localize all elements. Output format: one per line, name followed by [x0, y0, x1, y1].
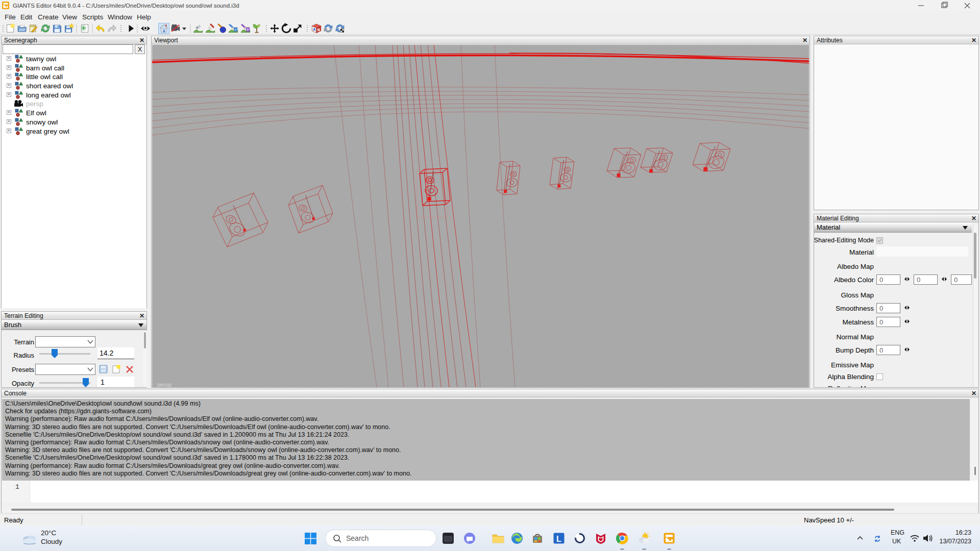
svg-text:B: B	[317, 28, 321, 32]
svg-text:L: L	[556, 535, 561, 543]
svg-text:A: A	[313, 27, 316, 32]
svg-text:F: F	[247, 28, 249, 32]
